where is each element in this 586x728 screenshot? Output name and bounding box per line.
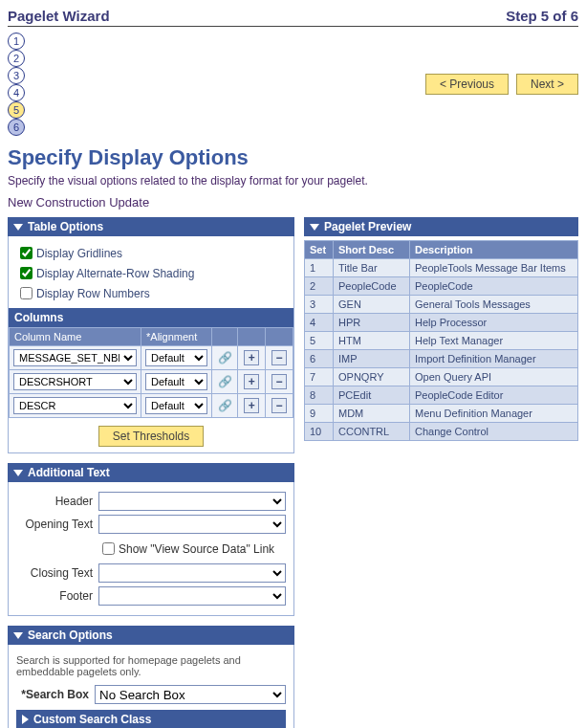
column-name-select[interactable]: DESCR (13, 397, 137, 414)
display-rownum-label: Display Row Numbers (36, 287, 150, 300)
alignment-select[interactable]: Default (145, 349, 207, 366)
column-row: DESCRDefault🔗+− (10, 394, 293, 418)
preview-col-set[interactable]: Set (305, 241, 334, 259)
preview-cell-set: 2 (305, 277, 334, 296)
wizard-step-1[interactable]: 1 (8, 33, 25, 50)
columns-heading: Columns (9, 308, 293, 327)
search-note: Search is supported for homepage pagelet… (16, 654, 286, 677)
preview-cell-short: OPNQRY (334, 368, 410, 386)
preview-row: 8PCEditPeopleCode Editor (305, 386, 578, 405)
custom-search-class-label: Custom Search Class (33, 713, 151, 726)
preview-col-short[interactable]: Short Desc (334, 241, 410, 259)
preview-cell-short: HTM (334, 332, 410, 350)
preview-cell-set: 9 (305, 405, 334, 423)
column-row: MESSAGE_SET_NBRDefault🔗+− (10, 346, 293, 370)
preview-cell-short: IMP (334, 350, 410, 368)
search-options-header[interactable]: Search Options (8, 626, 294, 645)
display-gridlines-row[interactable]: Display Gridlines (16, 244, 286, 262)
collapse-icon (13, 470, 23, 476)
opening-text-select[interactable] (98, 515, 286, 534)
preview-col-desc[interactable]: Description (410, 241, 578, 259)
wizard-step-5[interactable]: 5 (8, 101, 25, 119)
custom-search-class-bar[interactable]: Custom Search Class (16, 710, 286, 728)
preview-cell-short: GEN (334, 296, 410, 314)
closing-text-select[interactable] (98, 563, 286, 583)
wizard-steps-row: 123456 < Previous Next > (8, 33, 578, 136)
link-icon[interactable]: 🔗 (218, 351, 232, 364)
additional-text-header[interactable]: Additional Text (8, 463, 294, 482)
page-header-step: Step 5 of 6 (506, 8, 578, 24)
display-altrow-row[interactable]: Display Alternate-Row Shading (16, 264, 286, 282)
column-name-select[interactable]: MESSAGE_SET_NBR (13, 349, 137, 366)
del-col-header (266, 328, 293, 346)
wizard-step-4[interactable]: 4 (8, 84, 25, 101)
preview-cell-set: 8 (305, 386, 334, 405)
delete-row-button[interactable]: − (271, 398, 287, 413)
link-icon[interactable]: 🔗 (218, 399, 232, 412)
preview-cell-short: CCONTRL (334, 423, 410, 441)
column-name-select[interactable]: DESCRSHORT (13, 373, 137, 390)
preview-cell-short: HPR (334, 314, 410, 332)
preview-row: 4HPRHelp Processor (305, 314, 578, 332)
page-title: Specify Display Options (8, 145, 578, 170)
preview-cell-set: 5 (305, 332, 334, 350)
footer-label: Footer (16, 589, 93, 603)
show-view-source-row[interactable]: Show "View Source Data" Link (98, 540, 274, 558)
preview-cell-short: Title Bar (334, 259, 410, 277)
footer-select[interactable] (98, 586, 286, 606)
alignment-header[interactable]: *Alignment (141, 328, 212, 346)
display-rownum-checkbox[interactable] (20, 287, 33, 299)
preview-cell-desc: General Tools Messages (410, 296, 578, 314)
header-label: Header (16, 495, 93, 508)
wizard-step-2[interactable]: 2 (8, 50, 25, 67)
preview-cell-desc: PeopleTools Message Bar Items (410, 259, 578, 277)
additional-text-panel: Additional Text Header Opening Text Show… (8, 463, 294, 616)
preview-row: 6IMPImport Definition Manager (305, 350, 578, 368)
display-rownum-row[interactable]: Display Row Numbers (16, 284, 286, 302)
expand-icon (22, 715, 29, 724)
delete-row-button[interactable]: − (271, 350, 287, 365)
add-row-button[interactable]: + (244, 374, 259, 389)
preview-row: 9MDMMenu Definition Manager (305, 405, 578, 423)
search-box-label: *Search Box (16, 688, 89, 701)
next-button[interactable]: Next > (516, 74, 578, 95)
show-view-source-checkbox[interactable] (102, 542, 115, 555)
page-subtitle: New Construction Update (8, 195, 149, 210)
header-select[interactable] (98, 492, 286, 511)
preview-cell-set: 7 (305, 368, 334, 386)
alignment-select[interactable]: Default (145, 397, 207, 414)
preview-table: Set Short Desc Description 1Title BarPeo… (304, 240, 578, 441)
preview-row: 2PeopleCodePeopleCode (305, 277, 578, 296)
preview-row: 10CCONTRLChange Control (305, 423, 578, 441)
preview-row: 5HTMHelp Text Manager (305, 332, 578, 350)
pagelet-preview-panel: Pagelet Preview Set Short Desc Descripti… (304, 217, 578, 441)
alignment-select[interactable]: Default (145, 373, 207, 390)
pagelet-preview-header[interactable]: Pagelet Preview (304, 217, 578, 236)
add-row-button[interactable]: + (244, 398, 259, 413)
preview-cell-desc: PeopleCode (410, 277, 578, 296)
column-name-header[interactable]: Column Name (10, 328, 141, 346)
wizard-step-3[interactable]: 3 (8, 67, 25, 84)
preview-cell-desc: Open Query API (410, 368, 578, 386)
preview-cell-short: MDM (334, 405, 410, 423)
display-altrow-checkbox[interactable] (20, 267, 33, 279)
link-icon[interactable]: 🔗 (218, 375, 232, 388)
previous-button[interactable]: < Previous (425, 74, 509, 95)
page-header-title: Pagelet Wizard (8, 8, 110, 24)
closing-text-label: Closing Text (16, 566, 93, 580)
columns-grid: Column Name *Alignment MESSAGE_SET_NBRDe… (9, 327, 293, 418)
display-altrow-label: Display Alternate-Row Shading (36, 267, 194, 280)
delete-row-button[interactable]: − (271, 374, 287, 389)
display-gridlines-checkbox[interactable] (20, 247, 33, 259)
preview-cell-desc: Menu Definition Manager (410, 405, 578, 423)
search-box-select[interactable]: No Search Box (95, 685, 286, 704)
set-thresholds-button[interactable]: Set Thresholds (98, 426, 205, 447)
preview-cell-desc: Import Definition Manager (410, 350, 578, 368)
add-row-button[interactable]: + (244, 350, 259, 365)
table-options-header[interactable]: Table Options (8, 217, 294, 236)
show-view-source-label: Show "View Source Data" Link (119, 542, 274, 556)
wizard-step-6[interactable]: 6 (8, 119, 25, 136)
preview-row: 3GENGeneral Tools Messages (305, 296, 578, 314)
column-row: DESCRSHORTDefault🔗+− (10, 370, 293, 394)
collapse-icon (13, 224, 23, 231)
